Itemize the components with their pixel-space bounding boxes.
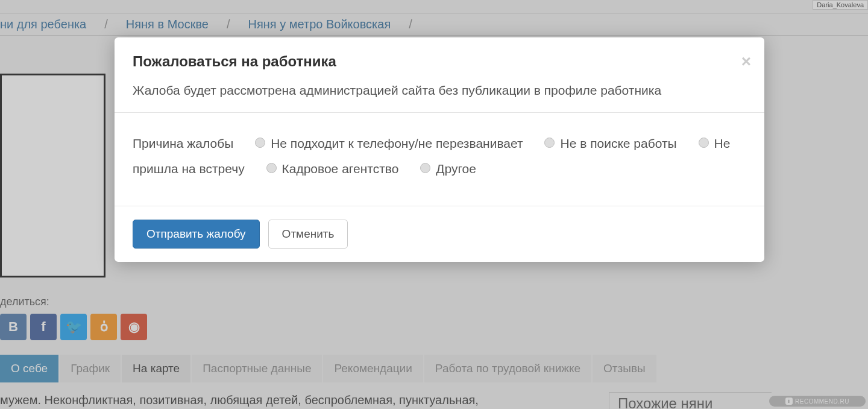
radio-other[interactable] [420,163,430,173]
radio-not-searching[interactable] [544,138,555,148]
radio-no-phone[interactable] [255,138,265,148]
radio-agency[interactable] [266,163,277,173]
submit-button[interactable]: Отправить жалобу [133,220,260,249]
option-not-searching: Не в поиске работы [560,136,676,150]
complaint-modal: × Пожаловаться на работника Жалоба будет… [115,37,764,262]
cancel-button[interactable]: Отменить [268,220,348,249]
reason-label: Причина жалобы [133,136,233,150]
modal-title: Пожаловаться на работника [133,53,746,70]
option-other: Другое [436,162,476,176]
modal-subtitle: Жалоба будет рассмотрена администрацией … [133,81,746,100]
option-no-phone: Не подходит к телефону/не перезванивает [271,136,523,150]
radio-no-show[interactable] [699,138,709,148]
option-agency: Кадровое агентство [282,162,399,176]
close-icon[interactable]: × [741,52,751,71]
modal-body: Причина жалобы Не подходит к телефону/не… [115,112,764,206]
